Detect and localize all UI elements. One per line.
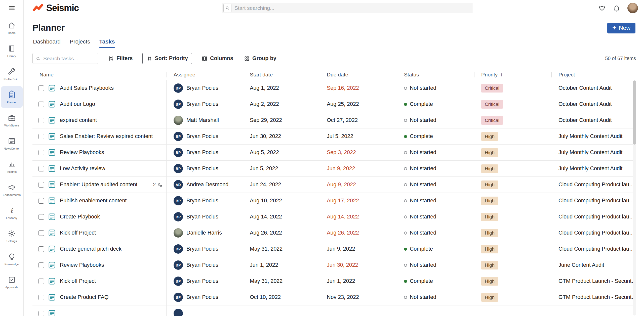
name-cell: Review Playbooks bbox=[32, 257, 167, 273]
table-row[interactable]: Create general pitch deck BPBryan Pocius… bbox=[32, 241, 636, 257]
table-row[interactable]: Sales Enabler: Review expired content BP… bbox=[32, 128, 636, 145]
table-scrollbar[interactable] bbox=[633, 80, 636, 315]
search-icon[interactable] bbox=[223, 4, 231, 12]
favorites-heart-icon[interactable] bbox=[598, 4, 606, 12]
tasks-table: NameAssigneeStart dateDue dateStatusPrio… bbox=[32, 69, 636, 316]
task-name[interactable]: Review Playbooks bbox=[60, 262, 104, 268]
row-checkbox[interactable] bbox=[38, 262, 44, 268]
hamburger-menu-button[interactable] bbox=[0, 0, 23, 16]
task-name[interactable]: Low Activity review bbox=[60, 165, 105, 172]
assignee-avatar: BP bbox=[174, 293, 183, 302]
column-header-assignee[interactable]: Assignee bbox=[167, 69, 243, 80]
notifications-bell-icon[interactable] bbox=[613, 4, 620, 12]
sidebar-item-planner[interactable]: Planner bbox=[0, 85, 23, 109]
sidebar-item-engagements[interactable]: Engagements bbox=[0, 178, 23, 201]
row-checkbox[interactable] bbox=[38, 311, 44, 316]
sidebar-item-approvals[interactable]: Approvals bbox=[0, 270, 23, 294]
table-row[interactable]: Kick off Project BPBryan Pocius May 31, … bbox=[32, 273, 636, 289]
task-name[interactable]: Kick off Project bbox=[60, 230, 96, 236]
project-cell: GTM Product Launch - Securit… bbox=[551, 289, 636, 305]
task-name[interactable]: Audit Sales Playbooks bbox=[60, 85, 114, 91]
row-checkbox[interactable] bbox=[38, 150, 44, 155]
column-header-status[interactable]: Status bbox=[397, 69, 474, 80]
sidebar-item-insights[interactable]: Insights bbox=[0, 155, 23, 178]
row-checkbox[interactable] bbox=[38, 279, 44, 284]
filters-button[interactable]: Filters bbox=[107, 53, 134, 64]
sidebar-item-knowledge[interactable]: Knowledge bbox=[0, 247, 23, 270]
table-row[interactable]: Enabler: Update audited content 2 ADAndr… bbox=[32, 177, 636, 193]
column-header-priority[interactable]: Priority↓ bbox=[474, 69, 551, 80]
start-date-cell: Oct 10, 2022 bbox=[243, 289, 320, 305]
due-date-cell: Sep 16, 2022 bbox=[320, 80, 397, 96]
priority-badge: Critical bbox=[481, 84, 503, 93]
user-avatar[interactable] bbox=[627, 3, 638, 13]
start-date-cell bbox=[243, 305, 320, 316]
table-row[interactable]: Review Playbooks BPBryan Pocius Aug 5, 2… bbox=[32, 145, 636, 161]
column-header-due-date[interactable]: Due date bbox=[320, 69, 397, 80]
table-row[interactable]: Create Product FAQ BPBryan Pocius Oct 10… bbox=[32, 289, 636, 305]
sidebar-item-home[interactable]: Home bbox=[0, 16, 23, 39]
task-name[interactable]: Create Playbook bbox=[60, 214, 100, 220]
task-name[interactable]: Publish enablement content bbox=[60, 198, 127, 204]
sidebar-item-workspace[interactable]: WorkSpace bbox=[0, 109, 23, 132]
table-row[interactable]: Create Playbook BPBryan Pocius Aug 14, 2… bbox=[32, 209, 636, 225]
new-button[interactable]: + New bbox=[607, 23, 635, 33]
row-checkbox[interactable] bbox=[38, 246, 44, 252]
row-checkbox[interactable] bbox=[38, 295, 44, 300]
sidebar-item-newscenter[interactable]: NewsCenter bbox=[0, 132, 23, 155]
sort-button[interactable]: Sort: Priority bbox=[142, 53, 192, 64]
status-cell: Not started bbox=[397, 161, 474, 176]
name-cell: Create Playbook bbox=[32, 209, 167, 225]
sidebar-item-profile-builder[interactable]: Profile Buil... bbox=[0, 62, 23, 85]
row-checkbox[interactable] bbox=[38, 214, 44, 220]
status-icon bbox=[404, 167, 407, 170]
scrollbar-thumb[interactable] bbox=[633, 80, 636, 145]
table-row[interactable]: Publish enablement content BPBryan Pociu… bbox=[32, 193, 636, 209]
tab-tasks[interactable]: Tasks bbox=[99, 38, 115, 48]
row-checkbox[interactable] bbox=[38, 166, 44, 171]
tab-projects[interactable]: Projects bbox=[70, 38, 90, 48]
due-date-cell: Aug 17, 2022 bbox=[320, 193, 397, 209]
row-checkbox[interactable] bbox=[38, 182, 44, 188]
table-row[interactable]: Audit our Logo BPBryan Pocius Aug 2, 202… bbox=[32, 96, 636, 112]
row-checkbox[interactable] bbox=[38, 230, 44, 236]
sidebar: Home Library Profile Buil... Planner Wor… bbox=[0, 0, 24, 316]
task-name[interactable]: Audit our Logo bbox=[60, 101, 95, 107]
column-header-project[interactable]: Project bbox=[551, 69, 636, 80]
table-row[interactable]: Review Playbooks BPBryan Pocius Jun 1, 2… bbox=[32, 257, 636, 273]
task-name[interactable]: Sales Enabler: Review expired content bbox=[60, 133, 153, 140]
status-cell: Not started bbox=[397, 177, 474, 193]
row-checkbox[interactable] bbox=[38, 134, 44, 139]
status-label: Complete bbox=[410, 278, 433, 284]
global-search-input[interactable] bbox=[234, 5, 470, 11]
task-search-input[interactable] bbox=[43, 56, 95, 62]
search-icon bbox=[36, 56, 41, 61]
start-date-cell: Aug 10, 2022 bbox=[243, 193, 320, 209]
table-row[interactable]: Low Activity review BPBryan Pocius Jun 5… bbox=[32, 161, 636, 177]
priority-cell: High bbox=[474, 161, 551, 176]
task-name[interactable]: expired content bbox=[60, 117, 97, 123]
task-name[interactable]: Review Playbooks bbox=[60, 149, 104, 156]
assignee-cell: BPBryan Pocius bbox=[167, 80, 243, 96]
table-row[interactable]: Audit Sales Playbooks BPBryan Pocius Aug… bbox=[32, 80, 636, 96]
task-name[interactable]: Create general pitch deck bbox=[60, 246, 122, 252]
tab-dashboard[interactable]: Dashboard bbox=[33, 38, 61, 48]
row-checkbox[interactable] bbox=[38, 102, 44, 107]
task-name[interactable]: Kick off Project bbox=[60, 278, 96, 284]
columns-button[interactable]: Columns bbox=[200, 53, 234, 64]
row-checkbox[interactable] bbox=[38, 198, 44, 204]
task-name[interactable]: Create Product FAQ bbox=[60, 294, 109, 300]
sidebar-item-lessonly[interactable]: ℓ Lessonly bbox=[0, 201, 23, 224]
sidebar-item-settings[interactable]: Settings bbox=[0, 224, 23, 247]
table-row[interactable] bbox=[32, 305, 636, 316]
column-header-start-date[interactable]: Start date bbox=[243, 69, 320, 80]
table-row[interactable]: Kick off Project Danielle Harris Aug 26,… bbox=[32, 225, 636, 241]
column-header-name[interactable]: Name bbox=[32, 69, 167, 80]
table-row[interactable]: expired content Matt Marshall Sep 29, 20… bbox=[32, 112, 636, 128]
row-checkbox[interactable] bbox=[38, 118, 44, 123]
sidebar-item-library[interactable]: Library bbox=[0, 39, 23, 62]
seismic-logo[interactable]: Seismic bbox=[32, 0, 79, 16]
row-checkbox[interactable] bbox=[38, 85, 44, 91]
group-by-button[interactable]: Group by bbox=[243, 53, 277, 64]
task-name[interactable]: Enabler: Update audited content bbox=[60, 182, 137, 188]
